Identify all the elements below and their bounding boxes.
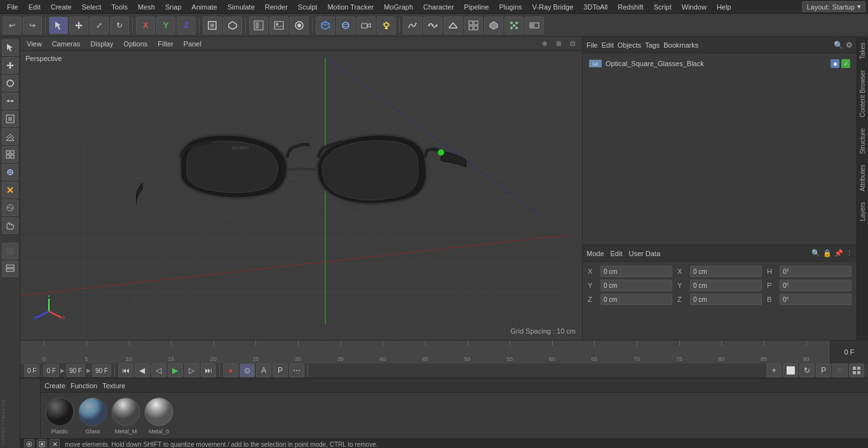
sidebar-layers2-btn[interactable] xyxy=(2,261,18,277)
attr-search-icon[interactable]: 🔍 xyxy=(811,249,820,257)
attr-input-x-size[interactable]: 0 cm xyxy=(690,266,762,277)
play-back-button[interactable]: ◁ xyxy=(151,363,166,377)
menu-animate[interactable]: Animate xyxy=(187,2,222,12)
menu-sculpt[interactable]: Sculpt xyxy=(294,2,322,12)
polygon-select-button[interactable] xyxy=(484,17,503,34)
status-icon-1[interactable] xyxy=(24,439,34,448)
vp-menu-panel[interactable]: Panel xyxy=(181,39,204,49)
cube-primitive-button[interactable] xyxy=(316,17,335,34)
step-back-button[interactable]: ◀ xyxy=(135,363,150,377)
vp-expand-icon[interactable]: ⊕ xyxy=(539,38,550,50)
object-mode-button[interactable] xyxy=(203,17,222,34)
attr-more-icon[interactable]: ⋮ xyxy=(846,249,853,257)
polygon-mode-button[interactable] xyxy=(223,17,242,34)
sidebar-grab-btn[interactable] xyxy=(2,217,18,234)
attr-input-z-size[interactable]: 0 cm xyxy=(690,294,762,305)
attributes-tab[interactable]: Attributes xyxy=(857,159,868,196)
more-playback-button[interactable]: ⋯ xyxy=(289,363,304,377)
rotate-tool-button[interactable]: ↻ xyxy=(110,17,129,34)
end-frame-field[interactable]: 90 F xyxy=(66,364,85,377)
attr-input-y-pos[interactable]: 0 cm xyxy=(600,280,672,291)
status-icon-2[interactable] xyxy=(37,439,47,448)
mode-btn-6[interactable] xyxy=(849,363,864,377)
vp-menu-filter[interactable]: Filter xyxy=(155,39,175,49)
attr-menu-mode[interactable]: Mode xyxy=(587,250,604,257)
menu-vray[interactable]: V-Ray Bridge xyxy=(528,2,578,12)
objects-menu-file[interactable]: File xyxy=(587,41,598,49)
mode-btn-5[interactable] xyxy=(832,363,848,377)
redo-button[interactable]: ↪ xyxy=(23,17,42,34)
objects-menu-bookmarks[interactable]: Bookmarks xyxy=(663,41,698,49)
sidebar-move-btn[interactable] xyxy=(2,57,18,74)
record-pos-button[interactable]: ⊙ xyxy=(240,363,255,377)
menu-character[interactable]: Character xyxy=(419,2,458,12)
menu-pipeline[interactable]: Pipeline xyxy=(459,2,493,12)
step-forward-button[interactable]: ▷ xyxy=(184,363,200,377)
vp-menu-options[interactable]: Options xyxy=(121,39,150,49)
layers-tab[interactable]: Layers xyxy=(857,196,868,226)
mode-btn-2[interactable]: ⬜ xyxy=(783,363,798,377)
sidebar-rotate-btn[interactable] xyxy=(2,75,18,92)
y-axis-button[interactable]: Y xyxy=(156,17,175,34)
max-frame-field[interactable]: 90 F xyxy=(92,364,111,377)
picture-viewer-button[interactable] xyxy=(269,17,288,34)
menu-redshift[interactable]: Redshift xyxy=(613,2,648,12)
x-axis-button[interactable]: X xyxy=(136,17,155,34)
mat-menu-function[interactable]: Function xyxy=(71,382,97,390)
menu-file[interactable]: File xyxy=(3,2,23,12)
sidebar-array-btn[interactable] xyxy=(2,146,18,163)
attr-input-b[interactable]: 0° xyxy=(780,294,851,305)
attr-menu-userdata[interactable]: User Data xyxy=(629,250,661,257)
attr-menu-edit[interactable]: Edit xyxy=(611,250,623,257)
vp-menu-cameras[interactable]: Cameras xyxy=(50,39,83,49)
menu-mesh[interactable]: Mesh xyxy=(133,2,159,12)
attr-input-y-size[interactable]: 0 cm xyxy=(690,280,762,291)
object-visibility-toggle[interactable]: ✓ xyxy=(841,59,850,68)
auto-key-button[interactable]: A xyxy=(256,363,271,377)
sphere-primitive-button[interactable] xyxy=(336,17,355,34)
sidebar-polygon-btn[interactable] xyxy=(2,111,18,127)
sidebar-dot-grid-btn[interactable] xyxy=(2,243,18,259)
mode-btn-4[interactable]: P xyxy=(816,363,831,377)
playback-settings-button[interactable]: P xyxy=(273,363,288,377)
mode-btn-3[interactable]: ↻ xyxy=(799,363,815,377)
viewport[interactable]: View Cameras Display Options Filter Pane… xyxy=(20,37,582,340)
structure-tab[interactable]: Structure xyxy=(857,123,868,160)
camera-button[interactable] xyxy=(356,17,376,34)
menu-script[interactable]: Script xyxy=(649,2,676,12)
objects-menu-objects[interactable]: Objects xyxy=(618,41,641,49)
sidebar-surface-btn[interactable] xyxy=(2,128,18,145)
mat-item-metal-0[interactable]: Metal_0 xyxy=(144,397,174,435)
menu-tools[interactable]: Tools xyxy=(107,2,132,12)
undo-button[interactable]: ↩ xyxy=(3,17,22,34)
sidebar-sculpt-btn[interactable] xyxy=(2,200,18,216)
menu-create[interactable]: Create xyxy=(46,2,76,12)
attr-pin-icon[interactable]: 📌 xyxy=(834,249,843,257)
nurbs-button[interactable] xyxy=(423,17,442,34)
timeline[interactable]: 0 5 10 15 20 25 30 35 40 45 50 55 60 65 xyxy=(20,341,868,363)
mat-menu-texture[interactable]: Texture xyxy=(102,382,125,390)
objects-search-icon[interactable]: 🔍 xyxy=(834,41,843,50)
light-button[interactable] xyxy=(377,17,396,34)
objects-menu-edit[interactable]: Edit xyxy=(602,41,614,49)
vp-layout-icon[interactable]: ⊞ xyxy=(553,38,564,50)
mat-menu-create[interactable]: Create xyxy=(44,382,65,390)
goto-end-button[interactable]: ⏭ xyxy=(201,363,216,377)
content-browser-tab[interactable]: Content Browser xyxy=(857,64,868,122)
scale-tool-button[interactable]: ⤢ xyxy=(90,17,109,34)
menu-help[interactable]: Help xyxy=(712,2,736,12)
array-button[interactable] xyxy=(464,17,483,34)
sidebar-paint-btn[interactable] xyxy=(2,164,18,180)
menu-mograph[interactable]: MoGraph xyxy=(379,2,417,12)
mat-item-metal-m[interactable]: Metal_M xyxy=(111,397,141,435)
render-region-button[interactable] xyxy=(249,17,268,34)
vp-menu-display[interactable]: Display xyxy=(88,39,116,49)
menu-motion-tracker[interactable]: Motion Tracker xyxy=(323,2,378,12)
timeline-ruler[interactable]: 0 5 10 15 20 25 30 35 40 45 50 55 60 65 xyxy=(20,341,830,363)
goto-start-button[interactable]: ⏮ xyxy=(118,363,133,377)
current-frame-field[interactable]: 0 F xyxy=(24,364,39,377)
record-button[interactable]: ● xyxy=(223,363,238,377)
play-forward-button[interactable]: ▶ xyxy=(168,363,183,377)
vp-camera-icon[interactable]: ⊡ xyxy=(567,38,578,50)
render-button[interactable] xyxy=(290,17,309,34)
